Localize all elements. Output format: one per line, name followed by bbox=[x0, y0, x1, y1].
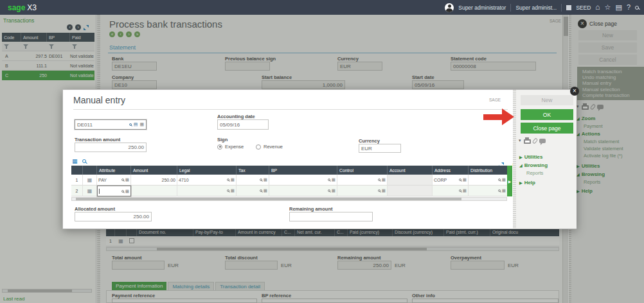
radio-revenue[interactable] bbox=[256, 144, 261, 150]
grid-view-icon[interactable]: ▦ bbox=[72, 158, 78, 164]
search-icon[interactable] bbox=[129, 123, 132, 126]
grid-search-icon[interactable] bbox=[82, 159, 86, 163]
comment-icon[interactable] bbox=[539, 139, 546, 143]
allocated-amount-label: Allocated amount bbox=[75, 206, 115, 212]
section-label: Utilities bbox=[524, 154, 543, 160]
print-icon[interactable] bbox=[524, 139, 531, 144]
search-icon[interactable] bbox=[121, 178, 124, 181]
sidebar-section-help[interactable]: ▶Help bbox=[519, 180, 535, 186]
modal-grid-hscrollbar[interactable] bbox=[71, 197, 507, 201]
search-icon[interactable] bbox=[227, 178, 229, 181]
cell-address[interactable]: CORP bbox=[434, 178, 447, 182]
endpoint-icon bbox=[566, 5, 571, 10]
text-cursor bbox=[99, 189, 100, 194]
modal-grid-row[interactable]: 2 ▦ ▦ ▦ ▦ ▦ ▦ ▦ ▦ bbox=[71, 186, 507, 196]
column-header[interactable]: Tax bbox=[237, 166, 269, 175]
column-header[interactable]: Control bbox=[337, 166, 388, 175]
user-name[interactable]: Super administrator bbox=[458, 4, 506, 11]
search-icon[interactable] bbox=[260, 178, 262, 181]
selector-icon[interactable]: ▦ bbox=[332, 188, 335, 193]
search-icon[interactable] bbox=[635, 6, 639, 10]
modal-grid-row[interactable]: 1 ▦ PAY▦ 250.00 4710▦ ▦ ▦ ▦ CORP▦ ▦ bbox=[71, 175, 507, 186]
menu-panel-icon[interactable]: ▤ bbox=[615, 4, 622, 11]
transaction-amount-field[interactable]: 250.00 bbox=[75, 143, 147, 152]
modal-close-icon[interactable]: × bbox=[570, 87, 579, 96]
section-label: Browsing bbox=[524, 162, 548, 168]
search-icon[interactable] bbox=[378, 178, 380, 181]
cell-amount[interactable] bbox=[131, 186, 177, 196]
cell-attribute-focused[interactable]: ▦ bbox=[97, 186, 131, 196]
search-icon[interactable] bbox=[378, 189, 380, 192]
search-icon[interactable] bbox=[121, 190, 124, 193]
sign-expense-option[interactable]: Expense bbox=[217, 144, 244, 150]
scrollbar-thumb[interactable] bbox=[76, 198, 461, 200]
attachment-icon[interactable] bbox=[532, 137, 538, 144]
cell-legal[interactable]: 4710 bbox=[179, 178, 189, 182]
row-number: 2 bbox=[71, 186, 83, 196]
column-header[interactable]: Address bbox=[433, 166, 469, 175]
search-icon[interactable] bbox=[260, 189, 262, 192]
selector-icon[interactable]: ▦ bbox=[502, 188, 506, 193]
search-icon[interactable] bbox=[459, 189, 461, 192]
cell-attribute[interactable]: PAY bbox=[98, 178, 107, 182]
column-header[interactable]: Legal bbox=[177, 166, 237, 175]
site-value: DE011 bbox=[77, 122, 93, 128]
home-icon[interactable]: ⌂ bbox=[595, 4, 600, 11]
search-icon[interactable] bbox=[459, 178, 461, 181]
user-avatar[interactable] bbox=[445, 3, 454, 12]
chevron-down-icon[interactable]: ▾ bbox=[519, 138, 521, 143]
selector-icon[interactable]: ▦ bbox=[139, 122, 144, 127]
top-bar-right: Super administrator Super administ... SE… bbox=[445, 0, 639, 15]
search-icon[interactable] bbox=[328, 178, 330, 181]
jump-icon[interactable]: ▤ bbox=[134, 122, 138, 127]
column-header[interactable]: Account bbox=[388, 166, 433, 175]
modal-currency-field[interactable]: EUR bbox=[359, 144, 401, 153]
endpoint-name[interactable]: SEED bbox=[576, 4, 591, 11]
allocated-amount-field[interactable]: 250.00 bbox=[75, 212, 152, 221]
selector-icon[interactable]: ▦ bbox=[382, 177, 386, 182]
sage-logo: sage bbox=[8, 3, 25, 12]
selector-icon[interactable]: ▦ bbox=[231, 177, 235, 182]
section-label: Help bbox=[524, 180, 535, 186]
row-detail-icon[interactable]: ▦ bbox=[87, 188, 93, 194]
selector-icon[interactable]: ▦ bbox=[502, 177, 506, 182]
selector-icon[interactable]: ▦ bbox=[463, 177, 467, 182]
selector-icon[interactable]: ▦ bbox=[264, 177, 267, 182]
search-icon[interactable] bbox=[328, 189, 330, 192]
search-icon[interactable] bbox=[498, 178, 501, 181]
sidebar-item-reports[interactable]: Reports bbox=[526, 170, 543, 176]
close-page-button[interactable]: Close page bbox=[521, 123, 573, 134]
sage-x3-app: sage X3 Super administrator Super admini… bbox=[0, 0, 644, 303]
column-header[interactable]: Attribute bbox=[97, 166, 131, 175]
accounting-date-field[interactable]: 05/09/16 bbox=[217, 119, 269, 130]
row-number: 1 bbox=[71, 175, 83, 186]
search-icon[interactable] bbox=[498, 189, 501, 192]
sidebar-section-browsing[interactable]: ◢Browsing bbox=[519, 162, 548, 168]
selector-icon[interactable]: ▦ bbox=[264, 188, 267, 193]
selector-icon[interactable]: ▦ bbox=[125, 189, 129, 194]
search-icon[interactable] bbox=[227, 189, 229, 192]
help-icon[interactable]: ? bbox=[627, 4, 631, 11]
selector-icon[interactable]: ▦ bbox=[231, 188, 235, 193]
sign-revenue-option[interactable]: Revenue bbox=[256, 144, 283, 150]
grid-side-strip[interactable]: ▶ bbox=[507, 166, 512, 196]
sidebar-section-utilities[interactable]: ▶Utilities bbox=[519, 154, 543, 160]
modal-remaining-amount-field[interactable] bbox=[289, 212, 373, 221]
new-button[interactable]: New bbox=[521, 95, 573, 105]
radio-expense[interactable] bbox=[217, 144, 222, 150]
selector-icon[interactable]: ▦ bbox=[463, 188, 467, 193]
selector-icon[interactable]: ▦ bbox=[382, 188, 386, 193]
modal-divider bbox=[73, 109, 508, 110]
selector-icon[interactable]: ▦ bbox=[125, 177, 129, 182]
selector-icon[interactable]: ▦ bbox=[332, 177, 335, 182]
row-detail-icon[interactable]: ▦ bbox=[87, 177, 93, 183]
user-role[interactable]: Super administ... bbox=[515, 4, 557, 11]
column-header[interactable]: Distribution bbox=[469, 166, 507, 175]
ok-button[interactable]: OK bbox=[521, 109, 573, 120]
star-icon[interactable]: ☆ bbox=[605, 4, 611, 11]
cell-amount[interactable]: 250.00 bbox=[131, 175, 177, 186]
column-header-blank bbox=[83, 166, 97, 175]
column-header[interactable]: BP bbox=[269, 166, 337, 175]
column-header[interactable]: Amount bbox=[131, 166, 177, 175]
site-field[interactable]: DE011 ▤ ▦ bbox=[75, 119, 147, 130]
